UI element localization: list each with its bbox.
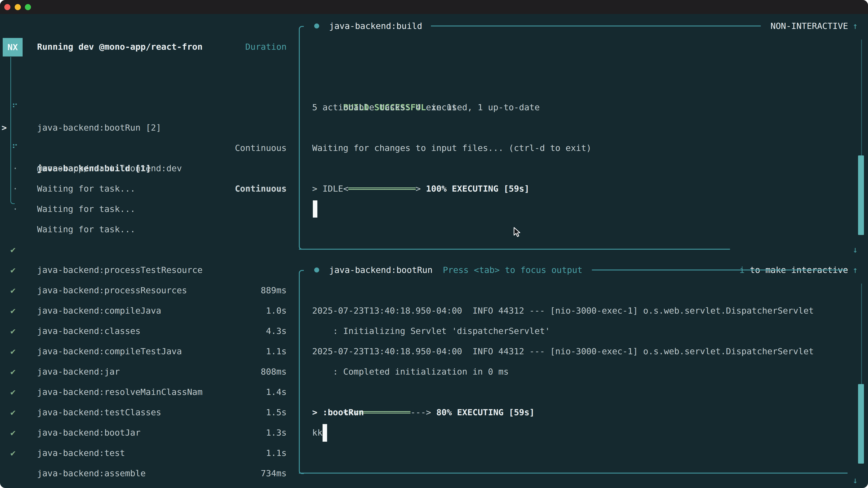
progress-tail: ---> <box>410 408 431 417</box>
scroll-up-icon[interactable]: ↑ <box>852 16 858 36</box>
completed-task-row[interactable]: ✔ java-backend:compileTestJava 808ms <box>0 300 296 321</box>
waiting-dot-icon: · <box>13 199 18 219</box>
duration-column-header: Duration <box>0 37 287 57</box>
completed-task-row[interactable]: ✔ java-backend:test 734ms <box>0 402 296 422</box>
completed-task-row[interactable]: ✔ java-backend:processResources 1.0s <box>0 239 296 260</box>
build-scrollbar-thumb[interactable] <box>858 156 864 235</box>
terminal-cursor <box>313 200 317 218</box>
bootrun-scrollbar-track[interactable] <box>861 284 862 385</box>
minimize-button-icon[interactable] <box>15 4 21 10</box>
focus-output-hint: Press <tab> to focus output <box>443 260 583 280</box>
interactive-hint: i to make interactive <box>708 239 848 260</box>
check-icon: ✔ <box>10 443 16 463</box>
build-idle-line: > IDLE <box>312 178 343 199</box>
build-pane-bottom-rule <box>299 249 730 250</box>
terminal-cursor <box>322 424 327 442</box>
task-row-build-selected[interactable]: > ⠋ java-backend:build [1] Continuous <box>0 97 296 118</box>
waiting-task-row: · Waiting for task... <box>0 138 296 158</box>
log-line: 2025-07-23T13:40:18.950-04:00 INFO 44312… <box>312 341 814 361</box>
build-pane-title: java-backend:build <box>329 16 422 36</box>
scroll-down-icon[interactable]: ↓ <box>852 470 858 488</box>
keyboard-hints: quit: q help: ? <box>0 463 287 484</box>
task-bullet-icon <box>314 267 319 272</box>
mouse-pointer-icon <box>514 227 521 238</box>
zoom-button-icon[interactable] <box>25 4 31 10</box>
task-row-bootrun[interactable]: ⠋ java-backend:bootRun [2] Continuous <box>0 77 296 97</box>
build-tasks-summary: 5 actionable tasks: 4 executed, 1 up-to-… <box>312 97 540 118</box>
completed-task-list: ✔ java-backend:processTestResource 889ms… <box>0 219 296 443</box>
non-interactive-badge: NON-INTERACTIVE <box>771 16 848 36</box>
completed-task-row[interactable]: ✔ java-backend:jar 1.4s <box>0 321 296 341</box>
build-pane-border <box>299 26 304 250</box>
bootrun-prompt-line: > :bootRun <box>312 402 364 422</box>
build-progress-line: <═════════════>100% EXECUTING [59s] <box>312 158 529 178</box>
completed-task-row[interactable]: ✔ java-backend:assemble 774ms <box>0 422 296 443</box>
titlebar <box>0 0 868 14</box>
progress-close: > <box>416 184 421 194</box>
waiting-task-row: · Waiting for task... <box>0 178 296 199</box>
progress-bar: ═════════════ <box>348 184 415 194</box>
waiting-label: Waiting for task... <box>37 199 135 219</box>
build-pane-header-rule <box>431 26 761 26</box>
scroll-up-icon[interactable]: ↑ <box>852 260 858 280</box>
completed-task-row[interactable]: ✔ java-backend:classes 1.1s <box>0 280 296 300</box>
terminal-window: NX Running dev @mono-app/react-fron Dura… <box>0 0 868 488</box>
scroll-down-icon[interactable]: ↓ <box>852 239 858 260</box>
completed-task-row[interactable]: ✔ java-backend:compileJava 4.3s <box>0 260 296 280</box>
bootrun-scrollbar-thumb[interactable] <box>858 384 864 464</box>
task-row-frontend-dev[interactable]: ⠋ @mono-app/react-frontend:dev Continuou… <box>0 118 296 138</box>
waiting-task-row: · Waiting for task... <box>0 158 296 178</box>
active-task-list: ⠋ java-backend:bootRun [2] Continuous > … <box>0 77 296 138</box>
bootrun-pane-title: java-backend:bootRun <box>329 260 433 280</box>
task-bullet-icon <box>314 24 319 29</box>
bootrun-pane-bottom-rule <box>299 473 848 474</box>
completed-task-row[interactable]: ✔ java-backend:testClasses 1.3s <box>0 361 296 382</box>
build-success-line: BUILD SUCCESSFUL in 1s <box>312 77 457 97</box>
waiting-task-list: · Waiting for task... · Waiting for task… <box>0 138 296 199</box>
log-line: : Initializing Servlet 'dispatcherServle… <box>312 321 550 341</box>
log-line: : Completed initialization in 0 ms <box>312 361 508 382</box>
log-line: 2025-07-23T13:40:18.950-04:00 INFO 44312… <box>312 300 814 321</box>
progress-label: 100% EXECUTING [59s] <box>426 184 529 194</box>
bootrun-pane-header-rule <box>592 269 847 270</box>
progress-open: < <box>343 184 348 194</box>
completed-task-row[interactable]: ✔ java-backend:resolveMainClassNam 1.5s <box>0 341 296 361</box>
progress-bar: ══════════ <box>359 408 410 417</box>
bootrun-progress-line: <<<══════════--->80% EXECUTING [59s] <box>312 382 535 402</box>
close-button-icon[interactable] <box>4 4 10 10</box>
build-scrollbar-track[interactable] <box>861 39 862 156</box>
build-waiting-line: Waiting for changes to input files... (c… <box>312 138 591 158</box>
terminal-input-text[interactable]: kk <box>312 422 322 443</box>
completed-task-row[interactable]: ✔ java-backend:processTestResource 889ms <box>0 219 296 239</box>
completed-task-row[interactable]: ✔ java-backend:bootJar 1.1s <box>0 382 296 402</box>
progress-label: 80% EXECUTING [59s] <box>436 408 535 417</box>
bootrun-pane-border <box>299 270 304 474</box>
